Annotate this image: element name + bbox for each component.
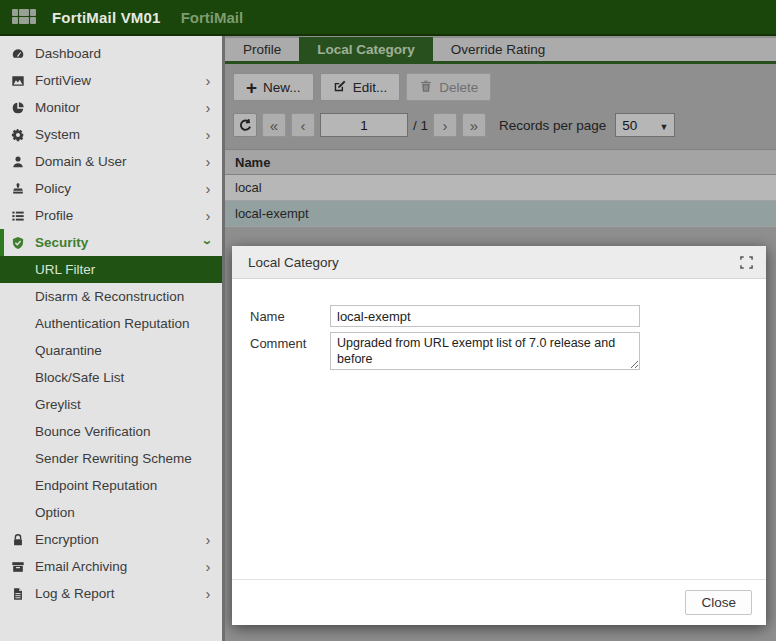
pie-chart-icon bbox=[10, 100, 26, 116]
sidebar-item-policy[interactable]: Policy bbox=[0, 175, 222, 202]
sidebar-item-label: Profile bbox=[35, 208, 202, 223]
archive-icon bbox=[10, 559, 26, 575]
sidebar-item-label: FortiView bbox=[35, 73, 202, 88]
sidebar-item-system[interactable]: System bbox=[0, 121, 222, 148]
sidebar-item-label: Greylist bbox=[35, 397, 81, 412]
chevron-right-icon bbox=[202, 127, 214, 142]
sidebar-item-profile[interactable]: Profile bbox=[0, 202, 222, 229]
chevron-right-icon bbox=[202, 154, 214, 169]
dialog-body: Name Comment Upgraded from URL exempt li… bbox=[232, 279, 766, 579]
chevron-right-icon bbox=[202, 559, 214, 574]
sidebar-item-greylist[interactable]: Greylist bbox=[0, 391, 222, 418]
sidebar-item-fortiview[interactable]: FortiView bbox=[0, 67, 222, 94]
sidebar-item-dashboard[interactable]: Dashboard bbox=[0, 40, 222, 67]
maximize-button[interactable] bbox=[738, 254, 754, 270]
sidebar-item-label: URL Filter bbox=[35, 262, 95, 277]
sidebar-item-authentication-reputation[interactable]: Authentication Reputation bbox=[0, 310, 222, 337]
sidebar-item-log-report[interactable]: Log & Report bbox=[0, 580, 222, 607]
sidebar-item-security[interactable]: Security bbox=[0, 229, 222, 256]
sidebar-item-domain-user[interactable]: Domain & User bbox=[0, 148, 222, 175]
sidebar-item-label: Encryption bbox=[35, 532, 202, 547]
sidebar-item-endpoint-reputation[interactable]: Endpoint Reputation bbox=[0, 472, 222, 499]
chevron-right-icon bbox=[202, 73, 214, 88]
sidebar-item-label: System bbox=[35, 127, 202, 142]
dashboard-icon bbox=[10, 46, 26, 62]
sidebar-item-monitor[interactable]: Monitor bbox=[0, 94, 222, 121]
close-button[interactable]: Close bbox=[685, 590, 752, 615]
sidebar-item-bounce-verification[interactable]: Bounce Verification bbox=[0, 418, 222, 445]
lock-icon bbox=[10, 532, 26, 548]
dialog-title: Local Category bbox=[248, 255, 738, 270]
sidebar-item-label: Quarantine bbox=[35, 343, 102, 358]
sidebar-item-label: Dashboard bbox=[35, 46, 214, 61]
document-icon bbox=[10, 586, 26, 602]
sidebar-item-label: Bounce Verification bbox=[35, 424, 151, 439]
chevron-right-icon bbox=[202, 208, 214, 223]
sidebar-item-email-archiving[interactable]: Email Archiving bbox=[0, 553, 222, 580]
dialog-header: Local Category bbox=[232, 246, 766, 279]
chevron-right-icon bbox=[202, 532, 214, 547]
comment-field[interactable]: Upgraded from URL exempt list of 7.0 rel… bbox=[330, 332, 640, 370]
sidebar-item-label: Log & Report bbox=[35, 586, 202, 601]
chevron-right-icon bbox=[202, 181, 214, 196]
app-header: FortiMail VM01 FortiMail bbox=[0, 0, 776, 36]
list-icon bbox=[10, 208, 26, 224]
name-field[interactable] bbox=[330, 305, 640, 327]
sidebar-item-label: Option bbox=[35, 505, 75, 520]
sidebar-item-label: Sender Rewriting Scheme bbox=[35, 451, 192, 466]
sidebar-item-label: Endpoint Reputation bbox=[35, 478, 157, 493]
stamp-icon bbox=[10, 181, 26, 197]
name-field-label: Name bbox=[250, 305, 330, 327]
sidebar-item-label: Monitor bbox=[35, 100, 202, 115]
sidebar-item-label: Security bbox=[35, 235, 202, 250]
chevron-right-icon bbox=[202, 100, 214, 115]
dialog-footer: Close bbox=[232, 579, 766, 625]
sidebar-item-block-safe-list[interactable]: Block/Safe List bbox=[0, 364, 222, 391]
device-title: FortiMail VM01 bbox=[52, 9, 161, 26]
local-category-dialog: Local Category Name Comment Upgraded fro… bbox=[232, 246, 766, 625]
sidebar-item-sender-rewriting-scheme[interactable]: Sender Rewriting Scheme bbox=[0, 445, 222, 472]
sidebar-item-label: Authentication Reputation bbox=[35, 316, 190, 331]
product-title: FortiMail bbox=[181, 9, 244, 26]
chart-icon bbox=[10, 73, 26, 89]
sidebar-item-label: Policy bbox=[35, 181, 202, 196]
sidebar-item-label: Domain & User bbox=[35, 154, 202, 169]
sidebar-item-quarantine[interactable]: Quarantine bbox=[0, 337, 222, 364]
sidebar-item-label: Email Archiving bbox=[35, 559, 202, 574]
sidebar-item-url-filter[interactable]: URL Filter bbox=[0, 256, 222, 283]
content-pane: Profile Local Category Override Rating +… bbox=[222, 36, 776, 641]
chevron-right-icon bbox=[202, 586, 214, 601]
fortinet-logo-icon bbox=[12, 9, 38, 26]
gear-icon bbox=[10, 127, 26, 143]
sidebar-item-encryption[interactable]: Encryption bbox=[0, 526, 222, 553]
user-icon bbox=[10, 154, 26, 170]
sidebar-item-label: Block/Safe List bbox=[35, 370, 124, 385]
sidebar: Dashboard FortiView Monitor System Domai… bbox=[0, 36, 222, 641]
maximize-icon bbox=[740, 256, 753, 269]
sidebar-item-label: Disarm & Reconstruction bbox=[35, 289, 184, 304]
chevron-down-icon bbox=[201, 237, 216, 249]
shield-check-icon bbox=[10, 235, 26, 251]
sidebar-item-option[interactable]: Option bbox=[0, 499, 222, 526]
comment-field-label: Comment bbox=[250, 332, 330, 370]
sidebar-item-disarm-reconstruction[interactable]: Disarm & Reconstruction bbox=[0, 283, 222, 310]
